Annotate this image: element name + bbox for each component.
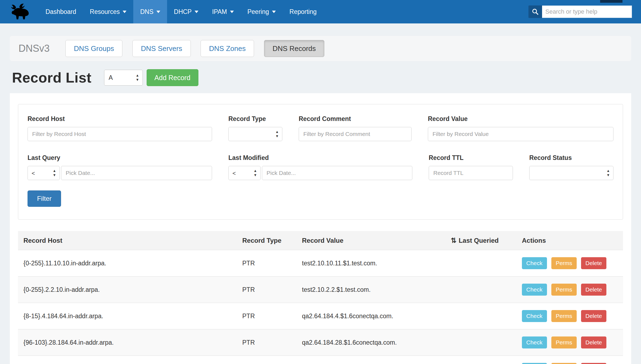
record-host-cell: {8-15}.4.184.64.in-addr.arpa. bbox=[18, 303, 238, 329]
top-right-partial-element bbox=[600, 0, 622, 3]
actions-cell: Check Perms Delete bbox=[518, 277, 623, 303]
actions-cell: Check Perms Delete bbox=[518, 329, 623, 356]
filter-button[interactable]: Filter bbox=[28, 190, 61, 207]
check-button[interactable]: Check bbox=[522, 310, 547, 322]
record-comment-filter-input[interactable] bbox=[299, 127, 412, 141]
record-type-label: Record Type bbox=[228, 115, 282, 123]
perms-button[interactable]: Perms bbox=[551, 284, 577, 296]
search-button[interactable] bbox=[528, 5, 542, 18]
perms-button[interactable]: Perms bbox=[551, 336, 577, 348]
table-header-row: Record Host Record Type Record Value ⇅La… bbox=[18, 231, 623, 250]
record-type-cell: PTR bbox=[238, 329, 298, 356]
record-value-cell: qa2.64.184.4.$1.6conectqa.com. bbox=[298, 303, 446, 329]
caret-down-icon bbox=[230, 11, 234, 13]
last-query-op-select[interactable]: < bbox=[28, 166, 60, 180]
dns-tabs: DNS Groups DNS Servers DNS Zones DNS Rec… bbox=[65, 40, 333, 57]
perms-button[interactable]: Perms bbox=[551, 363, 577, 364]
record-host-cell: $1.0.2.10.qa.6connect.com. bbox=[18, 356, 238, 364]
check-button[interactable]: Check bbox=[522, 363, 547, 364]
delete-button[interactable]: Delete bbox=[581, 336, 606, 348]
record-value-cell: qa2.64.184.28.$1.6conectqa.com. bbox=[298, 329, 446, 356]
nav-items: Dashboard Resources DNS DHCP IPAM Peerin… bbox=[39, 0, 323, 23]
col-record-type: Record Type bbox=[238, 231, 298, 250]
record-value-cell: 10.2.0.{0-255} bbox=[298, 356, 446, 364]
records-tbody: {0-255}.11.10.10.in-addr.arpa. PTR test2… bbox=[18, 250, 623, 364]
delete-button[interactable]: Delete bbox=[581, 284, 606, 296]
col-record-value: Record Value bbox=[298, 231, 446, 250]
tab-dns-zones[interactable]: DNS Zones bbox=[201, 40, 254, 57]
search-input[interactable] bbox=[542, 5, 632, 18]
last-queried-cell bbox=[446, 277, 518, 303]
moose-logo-icon bbox=[11, 3, 31, 20]
last-query-op-wrap: < bbox=[28, 166, 60, 180]
last-modified-op-select[interactable]: < bbox=[228, 166, 261, 180]
subnav-title: DNSv3 bbox=[19, 43, 50, 54]
record-type-filter-wrap bbox=[228, 127, 282, 141]
check-button[interactable]: Check bbox=[522, 336, 547, 348]
search-area bbox=[528, 0, 641, 23]
record-type-cell: PTR bbox=[238, 250, 298, 277]
nav-item-reporting[interactable]: Reporting bbox=[283, 0, 323, 23]
table-row: $1.0.2.10.qa.6connect.com. A 10.2.0.{0-2… bbox=[18, 356, 623, 364]
nav-item-dashboard[interactable]: Dashboard bbox=[39, 0, 83, 23]
record-type-cell: A bbox=[238, 356, 298, 364]
record-host-filter-input[interactable] bbox=[28, 127, 212, 141]
actions-cell: Check Perms Delete bbox=[518, 303, 623, 329]
top-navbar: Dashboard Resources DNS DHCP IPAM Peerin… bbox=[0, 0, 641, 23]
tab-dns-groups[interactable]: DNS Groups bbox=[65, 40, 122, 57]
record-status-select[interactable] bbox=[529, 166, 613, 180]
record-host-cell: {0-255}.2.2.10.in-addr.arpa. bbox=[18, 277, 238, 303]
nav-item-ipam[interactable]: IPAM bbox=[205, 0, 241, 23]
page-title: Record List bbox=[12, 69, 92, 86]
perms-button[interactable]: Perms bbox=[551, 257, 577, 269]
record-type-cell: PTR bbox=[238, 277, 298, 303]
caret-down-icon bbox=[195, 11, 198, 13]
records-table: Record Host Record Type Record Value ⇅La… bbox=[18, 231, 623, 364]
content-sheet: Record Host Record Type Record Comment R… bbox=[10, 93, 631, 364]
record-comment-label: Record Comment bbox=[299, 115, 412, 123]
col-last-queried[interactable]: ⇅Last Queried bbox=[446, 231, 518, 250]
delete-button[interactable]: Delete bbox=[581, 363, 606, 364]
check-button[interactable]: Check bbox=[522, 284, 547, 296]
sort-icon[interactable]: ⇅ bbox=[451, 236, 456, 244]
nav-item-peering[interactable]: Peering bbox=[241, 0, 283, 23]
actions-cell: Check Perms Delete bbox=[518, 356, 623, 364]
nav-item-dhcp[interactable]: DHCP bbox=[167, 0, 205, 23]
add-record-button[interactable]: Add Record bbox=[147, 69, 198, 86]
last-queried-cell bbox=[446, 329, 518, 356]
record-value-filter-input[interactable] bbox=[428, 127, 613, 141]
record-value-cell: test2.10.2.2.$1.test.com. bbox=[298, 277, 446, 303]
record-ttl-input[interactable] bbox=[429, 166, 513, 180]
table-row: {8-15}.4.184.64.in-addr.arpa. PTR qa2.64… bbox=[18, 303, 623, 329]
last-modified-op-wrap: < bbox=[228, 166, 261, 180]
record-value-cell: test2.10.10.11.$1.test.com. bbox=[298, 250, 446, 277]
delete-button[interactable]: Delete bbox=[581, 310, 606, 322]
delete-button[interactable]: Delete bbox=[581, 257, 606, 269]
table-row: {0-255}.2.2.10.in-addr.arpa. PTR test2.1… bbox=[18, 277, 623, 303]
tab-dns-records[interactable]: DNS Records bbox=[264, 40, 324, 57]
col-actions: Actions bbox=[518, 231, 623, 250]
last-modified-date-input[interactable] bbox=[262, 166, 412, 180]
nav-item-dns[interactable]: DNS bbox=[133, 0, 167, 23]
record-host-cell: {0-255}.11.10.10.in-addr.arpa. bbox=[18, 250, 238, 277]
record-type-select-wrap: A bbox=[104, 70, 143, 86]
record-status-label: Record Status bbox=[529, 154, 613, 162]
last-queried-cell bbox=[446, 303, 518, 329]
record-type-cell: PTR bbox=[238, 303, 298, 329]
tab-dns-servers[interactable]: DNS Servers bbox=[132, 40, 191, 57]
caret-down-icon bbox=[123, 11, 126, 13]
last-query-date-input[interactable] bbox=[61, 166, 212, 180]
search-icon bbox=[531, 8, 539, 16]
add-record-type-select[interactable]: A bbox=[104, 70, 143, 86]
col-record-host: Record Host bbox=[18, 231, 238, 250]
last-queried-cell bbox=[446, 356, 518, 364]
record-host-label: Record Host bbox=[28, 115, 212, 123]
table-row: {96-103}.28.184.64.in-addr.arpa. PTR qa2… bbox=[18, 329, 623, 356]
app-logo[interactable] bbox=[0, 0, 39, 23]
filter-panel: Record Host Record Type Record Comment R… bbox=[18, 104, 623, 220]
nav-item-resources[interactable]: Resources bbox=[83, 0, 134, 23]
perms-button[interactable]: Perms bbox=[551, 310, 577, 322]
check-button[interactable]: Check bbox=[522, 257, 547, 269]
last-query-label: Last Query bbox=[28, 154, 212, 162]
record-type-filter-select[interactable] bbox=[228, 127, 282, 141]
